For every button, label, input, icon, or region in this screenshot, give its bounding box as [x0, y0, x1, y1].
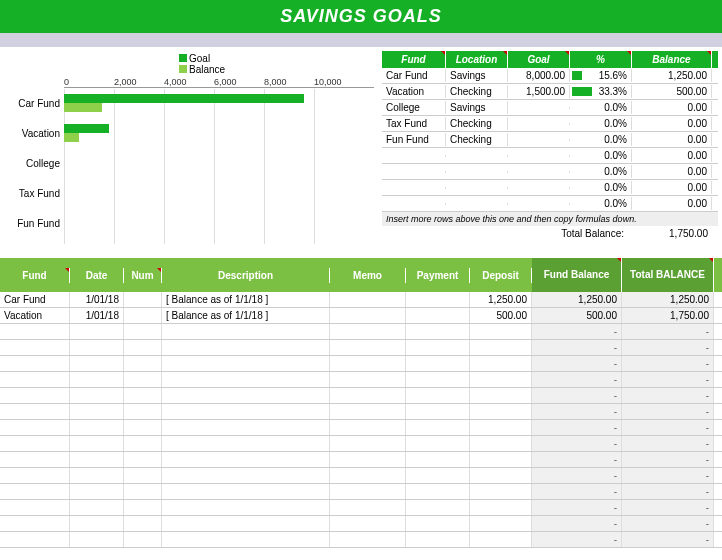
cell-pct[interactable]: 0.0% [570, 117, 632, 130]
ledger-row-empty[interactable]: -- [0, 516, 722, 532]
cell-fund-balance: - [532, 324, 622, 339]
funds-row[interactable]: 0.0%0.00 [382, 148, 718, 164]
cell-goal[interactable] [508, 187, 570, 189]
cell-balance[interactable]: 0.00 [632, 149, 712, 162]
cell-pct[interactable]: 0.0% [570, 101, 632, 114]
ledger-row-empty[interactable]: -- [0, 420, 722, 436]
cell-location[interactable] [446, 171, 508, 173]
cell-fund[interactable]: Car Fund [0, 292, 70, 307]
funds-row[interactable]: VacationChecking1,500.0033.3%500.00 [382, 84, 718, 100]
ledger-row-empty[interactable]: -- [0, 500, 722, 516]
ledger-row-empty[interactable]: -- [0, 532, 722, 548]
cell-pct[interactable]: 33.3% [570, 85, 632, 98]
cell-goal[interactable]: 1,500.00 [508, 85, 570, 98]
hdr-fund-balance: Fund Balance [532, 258, 622, 292]
cell-payment[interactable] [406, 292, 470, 307]
cell-pct[interactable]: 15.6% [570, 69, 632, 82]
x-axis: 02,0004,0006,0008,00010,000 [64, 77, 374, 88]
cell-desc[interactable]: [ Balance as of 1/1/18 ] [162, 292, 330, 307]
cell-location[interactable]: Checking [446, 85, 508, 98]
cell-total-balance: - [622, 484, 714, 499]
cell-goal[interactable]: 8,000.00 [508, 69, 570, 82]
cell-goal[interactable] [508, 107, 570, 109]
cell-desc[interactable]: [ Balance as of 1/1/18 ] [162, 308, 330, 323]
cell-pct[interactable]: 0.0% [570, 133, 632, 146]
ledger-row-empty[interactable]: -- [0, 356, 722, 372]
cell-fund[interactable]: Car Fund [382, 69, 446, 82]
cell-fund[interactable] [382, 187, 446, 189]
cell-goal[interactable] [508, 155, 570, 157]
ledger-row[interactable]: Vacation1/01/18[ Balance as of 1/1/18 ]5… [0, 308, 722, 324]
cell-location[interactable] [446, 187, 508, 189]
legend-goal-swatch [179, 54, 187, 62]
ledger-row-empty[interactable]: -- [0, 436, 722, 452]
cell-memo[interactable] [330, 292, 406, 307]
cell-date[interactable]: 1/01/18 [70, 308, 124, 323]
cell-fund[interactable]: Tax Fund [382, 117, 446, 130]
ledger-row-empty[interactable]: -- [0, 372, 722, 388]
cell-pct[interactable]: 0.0% [570, 149, 632, 162]
bar-label: Vacation [4, 128, 64, 139]
cell-fund[interactable]: Vacation [0, 308, 70, 323]
cell-goal[interactable] [508, 123, 570, 125]
cell-balance[interactable]: 0.00 [632, 133, 712, 146]
cell-balance[interactable]: 1,250.00 [632, 69, 712, 82]
cell-num[interactable] [124, 292, 162, 307]
cell-balance[interactable]: 0.00 [632, 197, 712, 210]
cell-fund-balance: - [532, 516, 622, 531]
cell-location[interactable]: Savings [446, 69, 508, 82]
ledger-row-empty[interactable]: -- [0, 468, 722, 484]
cell-location[interactable]: Savings [446, 101, 508, 114]
ledger-row-empty[interactable]: -- [0, 340, 722, 356]
cell-pct[interactable]: 0.0% [570, 165, 632, 178]
cell-pct[interactable]: 0.0% [570, 181, 632, 194]
cell-fund[interactable]: Vacation [382, 85, 446, 98]
cell-date[interactable]: 1/01/18 [70, 292, 124, 307]
ledger-row-empty[interactable]: -- [0, 484, 722, 500]
funds-row[interactable]: Fun FundChecking0.0%0.00 [382, 132, 718, 148]
col-goal: Goal [508, 51, 570, 68]
cell-deposit[interactable]: 1,250.00 [470, 292, 532, 307]
funds-row[interactable]: Tax FundChecking0.0%0.00 [382, 116, 718, 132]
col-balance: Balance [632, 51, 712, 68]
cell-fund[interactable]: College [382, 101, 446, 114]
cell-deposit[interactable]: 500.00 [470, 308, 532, 323]
funds-row[interactable]: 0.0%0.00 [382, 164, 718, 180]
cell-balance[interactable]: 500.00 [632, 85, 712, 98]
bar-balance [64, 103, 102, 112]
cell-fund[interactable] [382, 171, 446, 173]
bar-row: Vacation [64, 118, 374, 148]
x-tick: 0 [64, 77, 114, 87]
cell-goal[interactable] [508, 139, 570, 141]
cell-location[interactable]: Checking [446, 133, 508, 146]
cell-goal[interactable] [508, 171, 570, 173]
cell-balance[interactable]: 0.00 [632, 165, 712, 178]
cell-payment[interactable] [406, 308, 470, 323]
cell-num[interactable] [124, 308, 162, 323]
ledger-row-empty[interactable]: -- [0, 388, 722, 404]
funds-row[interactable]: Car FundSavings8,000.0015.6%1,250.00 [382, 68, 718, 84]
cell-pct[interactable]: 0.0% [570, 197, 632, 210]
ledger-row[interactable]: Car Fund1/01/18[ Balance as of 1/1/18 ]1… [0, 292, 722, 308]
hdr-num: Num [124, 268, 162, 283]
cell-memo[interactable] [330, 308, 406, 323]
cell-balance[interactable]: 0.00 [632, 181, 712, 194]
cell-fund[interactable] [382, 155, 446, 157]
cell-total-balance: - [622, 516, 714, 531]
cell-fund[interactable] [382, 203, 446, 205]
cell-total-balance: 1,750.00 [622, 308, 714, 323]
funds-row[interactable]: CollegeSavings0.0%0.00 [382, 100, 718, 116]
cell-balance[interactable]: 0.00 [632, 101, 712, 114]
cell-balance[interactable]: 0.00 [632, 117, 712, 130]
cell-location[interactable] [446, 155, 508, 157]
funds-row[interactable]: 0.0%0.00 [382, 180, 718, 196]
ledger-row-empty[interactable]: -- [0, 404, 722, 420]
ledger-row-empty[interactable]: -- [0, 324, 722, 340]
cell-total-balance: - [622, 404, 714, 419]
cell-location[interactable]: Checking [446, 117, 508, 130]
funds-row[interactable]: 0.0%0.00 [382, 196, 718, 212]
cell-location[interactable] [446, 203, 508, 205]
cell-goal[interactable] [508, 203, 570, 205]
ledger-row-empty[interactable]: -- [0, 452, 722, 468]
cell-fund[interactable]: Fun Fund [382, 133, 446, 146]
